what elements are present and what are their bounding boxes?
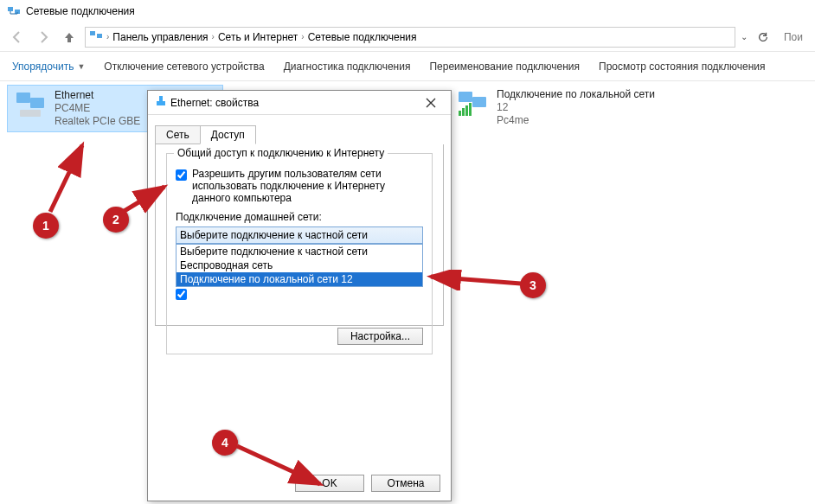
nav-back-button[interactable]	[7, 27, 28, 48]
combo-option-2[interactable]: Подключение по локальной сети 12	[176, 272, 422, 286]
svg-rect-3	[97, 34, 102, 38]
breadcrumb[interactable]: › Панель управления › Сеть и Интернет › …	[85, 27, 735, 48]
cancel-button[interactable]: Отмена	[371, 475, 440, 492]
network-adapter-icon	[455, 88, 490, 119]
close-button[interactable]	[418, 93, 444, 112]
ethernet-icon	[155, 95, 167, 110]
second-checkbox[interactable]	[176, 289, 187, 300]
combo-option-1[interactable]: Беспроводная сеть	[176, 258, 422, 272]
svg-rect-13	[159, 96, 163, 101]
tab-panel-access: Общий доступ к подключению к Интернету Р…	[155, 144, 444, 326]
allow-ics-checkbox[interactable]	[176, 169, 187, 181]
combo-option-0[interactable]: Выберите подключение к частной сети	[176, 245, 422, 258]
toolbar-organize[interactable]: Упорядочить ▼	[12, 61, 85, 73]
toolbar-status[interactable]: Просмотр состояния подключения	[599, 61, 765, 73]
toolbar-rename[interactable]: Переименование подключения	[429, 61, 580, 73]
connection-lan12[interactable]: Подключение по локальной сети 12 Pc4me	[450, 85, 666, 131]
toolbar-disable-device[interactable]: Отключение сетевого устройства	[104, 61, 264, 73]
homenet-combo[interactable]: Выберите подключение к частной сети ⌄ Вы…	[176, 226, 423, 244]
breadcrumb-mid[interactable]: Сеть и Интернет	[218, 31, 298, 43]
homenet-label: Подключение домашней сети:	[176, 211, 423, 223]
search-hint[interactable]: Пои	[779, 31, 808, 43]
window-title: Сетевые подключения	[26, 5, 135, 17]
annotation-marker-2: 2	[103, 207, 129, 233]
breadcrumb-root[interactable]: Панель управления	[112, 31, 208, 43]
svg-rect-4	[16, 93, 30, 103]
chevron-right-icon: ›	[106, 32, 109, 41]
breadcrumb-icon	[89, 29, 103, 45]
tab-strip: Сеть Доступ	[148, 118, 451, 144]
nav-up-button[interactable]	[59, 27, 80, 48]
svg-rect-11	[465, 105, 468, 116]
allow-ics-label: Разрешить другим пользователям сети испо…	[192, 168, 423, 204]
toolbar: Упорядочить ▼ Отключение сетевого устрой…	[0, 52, 815, 81]
breadcrumb-leaf[interactable]: Сетевые подключения	[308, 31, 417, 43]
dialog-titlebar[interactable]: Ethernet: свойства	[148, 91, 451, 115]
annotation-marker-3: 3	[520, 272, 546, 298]
svg-rect-2	[90, 31, 95, 35]
network-adapter-icon	[13, 89, 48, 120]
configure-button[interactable]: Настройка...	[337, 328, 423, 345]
svg-rect-10	[462, 108, 465, 116]
chevron-right-icon: ›	[301, 32, 304, 41]
svg-rect-8	[472, 97, 486, 107]
second-checkbox-row[interactable]	[176, 287, 423, 300]
connection-name: Ethernet	[55, 89, 140, 102]
connection-line2: PC4ME	[55, 102, 140, 115]
allow-ics-row[interactable]: Разрешить другим пользователям сети испо…	[176, 168, 423, 204]
toolbar-diagnose[interactable]: Диагностика подключения	[284, 61, 411, 73]
combo-selected-text: Выберите подключение к частной сети	[180, 229, 368, 241]
svg-line-15	[50, 145, 82, 212]
chevron-down-icon: ▼	[77, 62, 85, 71]
svg-rect-12	[469, 103, 472, 116]
tab-access[interactable]: Доступ	[200, 125, 256, 144]
annotation-marker-1: 1	[33, 213, 59, 239]
svg-rect-14	[157, 101, 165, 105]
tab-network[interactable]: Сеть	[155, 125, 201, 144]
connection-name: Подключение по локальной сети	[497, 88, 655, 101]
address-bar: › Панель управления › Сеть и Интернет › …	[0, 22, 815, 52]
toolbar-organize-label: Упорядочить	[12, 61, 74, 73]
svg-rect-9	[459, 111, 461, 116]
properties-dialog: Ethernet: свойства Сеть Доступ Общий дос…	[147, 90, 452, 501]
combo-field[interactable]: Выберите подключение к частной сети ⌄	[176, 226, 423, 244]
window-titlebar: Сетевые подключения	[0, 0, 815, 22]
refresh-icon[interactable]	[753, 27, 773, 48]
combo-dropdown-list: Выберите подключение к частной сети Бесп…	[176, 244, 423, 287]
svg-rect-5	[30, 98, 44, 108]
network-connections-icon	[7, 4, 21, 18]
svg-rect-0	[8, 7, 13, 11]
dialog-button-row: OK Отмена	[295, 475, 440, 492]
connection-line2: 12	[497, 101, 655, 114]
dialog-title: Ethernet: свойства	[170, 97, 259, 109]
annotation-marker-4: 4	[212, 430, 238, 456]
ics-groupbox: Общий доступ к подключению к Интернету Р…	[166, 153, 433, 354]
ok-button[interactable]: OK	[295, 475, 364, 492]
annotation-arrow-1	[43, 138, 95, 216]
nav-forward-button[interactable]	[33, 27, 54, 48]
svg-rect-7	[459, 92, 472, 102]
groupbox-legend: Общий доступ к подключению к Интернету	[174, 147, 388, 159]
svg-rect-6	[20, 110, 41, 117]
chevron-right-icon: ›	[212, 32, 215, 41]
address-dropdown[interactable]: ⌄	[741, 32, 748, 41]
connection-line3: Realtek PCIe GBE	[55, 115, 140, 128]
connection-line3: Pc4me	[497, 114, 655, 127]
